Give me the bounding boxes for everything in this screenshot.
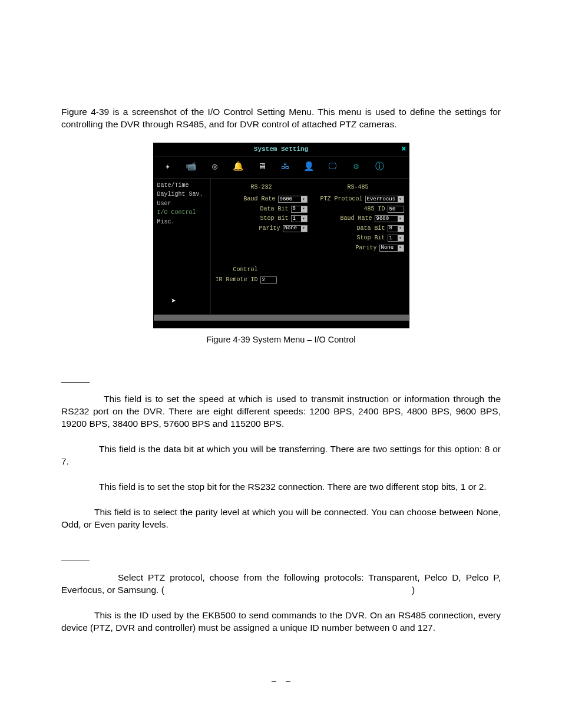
rs485-id-input[interactable]: 50	[388, 206, 404, 213]
sidebar-item-user[interactable]: User	[156, 199, 208, 209]
sidebar: Date/Time Daylight Sav. User I/O Control…	[154, 179, 211, 314]
window-bevel	[154, 321, 409, 328]
sidebar-item-daylight[interactable]: Daylight Sav.	[156, 190, 208, 199]
parity-description: This field is to select the parity level…	[61, 506, 501, 531]
rs232-title: RS-232	[216, 182, 308, 194]
ir-remote-input[interactable]: 2	[260, 276, 277, 284]
sidebar-item-misc[interactable]: Misc.	[156, 218, 208, 227]
camera-icon[interactable]: 📹	[186, 162, 197, 173]
network-icon[interactable]: 🖧	[280, 162, 292, 173]
chevron-down-icon: ▾	[398, 235, 404, 241]
record-icon[interactable]: ◎	[209, 162, 221, 173]
rs485-databit-label: Data Bit	[356, 225, 385, 233]
data-bit-description: This field is the data bit at which you …	[61, 443, 501, 468]
rs485-parity-label: Parity	[355, 244, 376, 252]
window-titlebar: System Setting ×	[154, 143, 409, 157]
chevron-down-icon: ▾	[301, 226, 307, 232]
screenshot-system-setting: System Setting × ✦ 📹 ◎ 🔔 🖥 🖧 👤 🖵 ⚙ ⓘ Dat…	[153, 143, 409, 328]
id485-description: This is the ID used by the EKB500 to sen…	[61, 610, 501, 634]
ir-remote-label: IR Remote ID	[216, 276, 258, 284]
rs232-parity-label: Parity	[259, 225, 280, 233]
page-number: 83	[0, 676, 562, 687]
rs232-databit-select[interactable]: 8▾	[291, 206, 308, 213]
rs232-baud-label: Baud Rate	[243, 195, 275, 203]
rs485-ptz-label: PTZ Protocol	[320, 195, 362, 203]
chevron-down-icon: ▾	[398, 216, 404, 222]
chevron-down-icon: ▾	[301, 196, 307, 202]
horizontal-scrollbar[interactable]	[154, 315, 409, 321]
rs232-parity-select[interactable]: None▾	[283, 225, 308, 232]
chevron-down-icon: ▾	[301, 206, 307, 212]
control-title: Control	[216, 266, 404, 274]
sparkle-icon[interactable]: ✦	[162, 162, 174, 173]
rs232-databit-label: Data Bit	[260, 205, 288, 213]
rs485-id-label: 485 ID	[363, 205, 385, 213]
rs485-stopbit-label: Stop Bit	[356, 234, 385, 242]
window-title: System Setting	[254, 145, 308, 154]
rs232-stopbit-select[interactable]: 1▾	[291, 215, 308, 222]
control-section: Control IR Remote ID 2	[216, 266, 404, 284]
rs485-parity-select[interactable]: None▾	[379, 245, 404, 252]
rs485-ptz-select[interactable]: EverFocus▾	[365, 196, 404, 203]
ptz-protocol-description: Select PTZ protocol, choose from the fol…	[61, 572, 501, 597]
rs485-title: RS-485	[312, 182, 404, 194]
rs485-databit-select[interactable]: 8▾	[388, 225, 404, 232]
rs485-stopbit-select[interactable]: 1▾	[388, 235, 404, 242]
rs485-baud-select[interactable]: 9600▾	[375, 215, 404, 222]
rs485-column: RS-485 PTZ Protocol EverFocus▾ 485 ID 50…	[312, 182, 404, 252]
figure-caption: Figure 4-39 System Menu – I/O Control	[61, 334, 501, 346]
rs232-column: RS-232 Baud Rate 9600▾ Data Bit 8▾ Stop …	[216, 182, 308, 252]
rs485-baud-label: Baud Rate	[340, 215, 372, 223]
sidebar-item-datetime[interactable]: Date/Time	[156, 181, 208, 190]
baud-rate-description: This field is to set the speed at which …	[61, 393, 501, 430]
stop-bit-description: This field is to set the stop bit for th…	[61, 481, 501, 493]
gear-icon[interactable]: ⚙	[351, 162, 362, 173]
monitor-sm-icon[interactable]: 🖥	[256, 162, 268, 173]
user-icon[interactable]: 👤	[303, 162, 315, 173]
chevron-down-icon: ▾	[398, 245, 404, 251]
close-icon[interactable]: ×	[401, 145, 406, 153]
info-icon[interactable]: ⓘ	[374, 162, 386, 173]
chevron-down-icon: ▾	[398, 226, 404, 232]
bell-icon[interactable]: 🔔	[233, 162, 244, 173]
cursor-icon: ➤	[171, 296, 176, 307]
intro-paragraph: Figure 4-39 is a screenshot of the I/O C…	[61, 106, 501, 131]
main-panel: RS-232 Baud Rate 9600▾ Data Bit 8▾ Stop …	[211, 179, 409, 314]
rs232-stopbit-label: Stop Bit	[260, 215, 288, 223]
toolbar: ✦ 📹 ◎ 🔔 🖥 🖧 👤 🖵 ⚙ ⓘ	[154, 157, 409, 179]
chevron-down-icon: ▾	[301, 216, 307, 222]
sidebar-item-iocontrol[interactable]: I/O Control	[156, 208, 208, 218]
display-icon[interactable]: 🖵	[327, 162, 339, 173]
rs232-baud-select[interactable]: 9600▾	[278, 196, 308, 203]
chevron-down-icon: ▾	[398, 196, 404, 202]
